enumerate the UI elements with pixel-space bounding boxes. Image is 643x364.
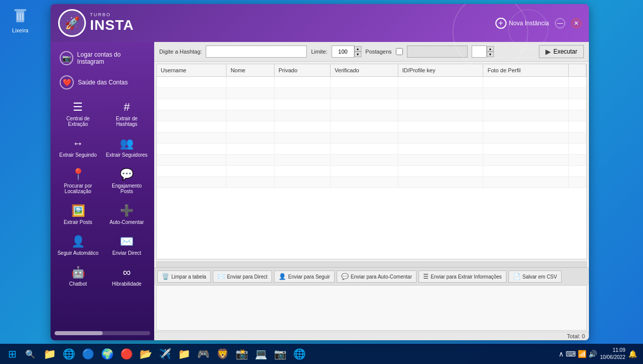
tray-network-icon[interactable]: 📶: [578, 350, 586, 358]
saude-icon: ❤️: [60, 75, 74, 89]
taskbar-app-browser2[interactable]: 🌍: [98, 345, 116, 363]
taskbar-app-brave[interactable]: 🦁: [213, 345, 232, 363]
windows-logo-icon: ⊞: [8, 348, 17, 360]
taskbar-app-game[interactable]: 🎮: [194, 345, 212, 363]
date-display: 10/06/2022: [600, 354, 625, 361]
limite-label: Limite:: [311, 49, 327, 55]
sidebar-grid: ☰ Central de Extração # Extrair de Hasht…: [55, 97, 150, 291]
sidebar-item-central-extracao[interactable]: ☰ Central de Extração: [55, 97, 102, 131]
taskbar-app-instagram[interactable]: 📸: [233, 345, 251, 363]
logo-area: 🚀 TURBO INSTA: [58, 9, 134, 37]
progress-section: [156, 261, 587, 267]
enviar-auto-comentar-button[interactable]: 💬 Enviar para Auto-Comentar: [337, 270, 417, 283]
taskbar-search-button[interactable]: 🔍: [22, 346, 38, 362]
table-row: [157, 144, 586, 155]
limite-spin-buttons: ▲ ▼: [354, 46, 361, 57]
postagens-checkbox[interactable]: [396, 48, 403, 55]
postagens-input[interactable]: [407, 46, 468, 58]
logo-insta: INSTA: [90, 18, 134, 33]
tray-time[interactable]: 11:09 10/06/2022: [600, 347, 625, 361]
limpar-icon: 🗑️: [162, 273, 169, 280]
hashtag-label: Digite a Hashtag:: [159, 49, 202, 55]
taskbar-app-chrome[interactable]: 🔵: [79, 345, 97, 363]
toolbar: Digite a Hashtag: Limite: ▲ ▼ Postagens: [154, 42, 589, 62]
tray-keyboard-icon[interactable]: ⌨: [566, 350, 576, 358]
desktop-icon-lixeira[interactable]: Lixeira: [5, 5, 35, 33]
postagens-spin-down[interactable]: ▼: [487, 52, 494, 57]
sidebar-item-seguir-automatico[interactable]: 👤 Seguir Automático: [55, 231, 102, 260]
sidebar-item-chatbot[interactable]: 🤖 Chatbot: [55, 262, 102, 291]
logo-text: TURBO INSTA: [90, 13, 134, 33]
sidebar-item-extrair-seguindo[interactable]: ↔️ Extrair Seguindo: [55, 133, 102, 162]
svg-rect-0: [14, 9, 26, 11]
limite-input[interactable]: [332, 46, 354, 58]
table-row: [157, 155, 586, 166]
taskbar-app-files[interactable]: 📂: [136, 345, 155, 363]
central-extracao-icon: ☰: [73, 101, 83, 114]
postagens-spin-up[interactable]: ▲: [487, 46, 494, 52]
col-username: Username: [157, 64, 226, 77]
data-table: Username Nome Privado Verificado ID/Prof…: [157, 64, 586, 188]
taskbar-app-app1[interactable]: 🔴: [117, 345, 135, 363]
table-row: [157, 110, 586, 121]
title-bar: 🚀 TURBO INSTA + Nova Instância — ✕: [51, 4, 589, 42]
table-row: [157, 177, 586, 188]
taskbar: ⊞ 🔍 📁 🌐 🔵 🌍 🔴 📂 ✈️ 📁 🎮 🦁 📸 💻 📷 🌐 ∧ ⌨ 📶 🔊…: [0, 344, 643, 364]
taskbar-app-file-explorer[interactable]: 📁: [40, 345, 59, 363]
limite-spinbox: ▲ ▼: [332, 46, 361, 58]
sidebar-item-engajamento[interactable]: 💬 Engajamento Posts: [104, 164, 151, 198]
sidebar-item-auto-comentar[interactable]: ➕ Auto-Comentar: [104, 200, 151, 229]
taskbar-app-chrome2[interactable]: 🌐: [290, 345, 308, 363]
extrair-send-icon: ☰: [423, 273, 429, 280]
limpar-tabela-button[interactable]: 🗑️ Limpar a tabela: [157, 270, 211, 283]
hashtag-icon: #: [124, 101, 130, 114]
localizacao-icon: 📍: [71, 168, 85, 181]
nova-instancia-button[interactable]: + Nova Instância: [495, 18, 549, 29]
auto-comentar-label: Auto-Comentar: [110, 219, 144, 225]
start-button[interactable]: ⊞: [2, 345, 22, 363]
table-area: Username Nome Privado Verificado ID/Prof…: [156, 64, 587, 259]
col-verificado: Verificado: [331, 64, 398, 77]
enviar-direct-button[interactable]: ✉️ Enviar para Direct: [213, 270, 272, 283]
chatbot-label: Chatbot: [69, 281, 87, 287]
sidebar-item-hibrabilidade[interactable]: ∞ Hibrabilidade: [104, 262, 151, 291]
limite-spin-down[interactable]: ▼: [354, 52, 361, 57]
taskbar-app-edge[interactable]: 🌐: [60, 345, 78, 363]
sidebar-item-logar[interactable]: 📷 Logar contas do Instagram: [55, 47, 150, 69]
seguir-automatico-icon: 👤: [71, 235, 85, 248]
sidebar-item-localizacao[interactable]: 📍 Procurar por Localização: [55, 164, 102, 198]
salvar-csv-button[interactable]: 📄 Salvar em CSV: [509, 270, 562, 283]
hashtag-input[interactable]: [206, 46, 307, 58]
sidebar-item-saude[interactable]: ❤️ Saúde das Contas: [55, 71, 150, 94]
minimize-button[interactable]: —: [555, 18, 565, 28]
logo-turbo: TURBO: [90, 13, 134, 18]
sidebar-bottom: [55, 329, 150, 335]
table-row: [157, 132, 586, 144]
sidebar-item-extrair-posts[interactable]: 🖼️ Extrair Posts: [55, 200, 102, 229]
sidebar-item-extrair-hashtags[interactable]: # Extrair de Hashtags: [104, 97, 151, 131]
limite-spin-up[interactable]: ▲: [354, 46, 361, 52]
enviar-extrair-button[interactable]: ☰ Enviar para Extrair Informações: [419, 270, 507, 283]
time-display: 11:09: [600, 347, 625, 354]
saude-label: Saúde das Contas: [78, 79, 128, 86]
seguindo-icon: ↔️: [72, 137, 83, 150]
chatbot-icon: 🤖: [71, 266, 85, 279]
taskbar-app-files2[interactable]: 📁: [175, 345, 193, 363]
postagens-spin-input[interactable]: [472, 46, 487, 58]
taskbar-app-insta2[interactable]: 📷: [271, 345, 289, 363]
sidebar-item-extrair-seguidores[interactable]: 👥 Extrair Seguidores: [104, 133, 151, 162]
sidebar-item-enviar-direct[interactable]: ✉️ Enviar Direct: [104, 231, 151, 260]
extrair-seguidores-label: Extrair Seguidores: [106, 152, 148, 158]
auto-comentar-icon: ➕: [120, 204, 133, 217]
tray-chevron-icon[interactable]: ∧: [559, 350, 564, 358]
tray-volume-icon[interactable]: 🔊: [588, 350, 597, 358]
tray-notification-icon[interactable]: 🔔: [628, 350, 637, 358]
limpar-label: Limpar a tabela: [171, 274, 206, 280]
hibrabilidade-label: Hibrabilidade: [112, 281, 142, 287]
taskbar-app-telegram[interactable]: ✈️: [156, 345, 174, 363]
sidebar: 📷 Logar contas do Instagram ❤️ Saúde das…: [51, 42, 154, 340]
close-button[interactable]: ✕: [571, 18, 581, 28]
taskbar-app-vscode[interactable]: 💻: [252, 345, 270, 363]
executar-button[interactable]: ▶ Executar: [539, 45, 584, 58]
enviar-seguir-button[interactable]: 👤 Enviar para Seguir: [274, 270, 335, 283]
